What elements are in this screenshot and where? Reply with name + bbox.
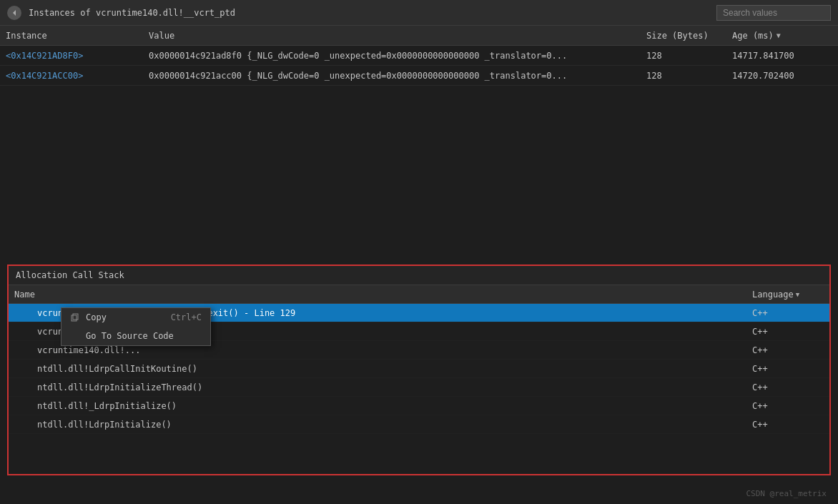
value-cell-2: 0x0000014c921acc00 {_NLG_dwCode=0 _unexp…: [149, 71, 646, 81]
instance-value-1: <0x14C921AD8F0>: [6, 51, 149, 61]
context-menu-item-copy[interactable]: Copy Ctrl+C: [61, 308, 210, 327]
alloc-row[interactable]: ntdll.dll!LdrpCallInitKoutine() C++: [9, 360, 829, 378]
col-header-value: Value: [149, 31, 646, 41]
language-dropdown-icon: ▼: [796, 291, 799, 298]
table-row[interactable]: <0x14C921AD8F0> 0x0000014c921ad8f0 {_NLG…: [0, 46, 838, 66]
alloc-lang-cell: C++: [752, 308, 824, 318]
alloc-col-header-name: Name: [14, 290, 752, 300]
size-cell-2: 128: [646, 71, 732, 81]
age-cell-1: 14717.841700: [732, 51, 832, 61]
context-menu-item-goto-source[interactable]: Go To Source Code: [61, 327, 210, 345]
search-input[interactable]: [716, 5, 831, 21]
age-cell-2: 14720.702400: [732, 71, 832, 81]
alloc-row[interactable]: ntdll.dll!LdrpInitializeThread() C++: [9, 378, 829, 397]
alloc-name-cell: ntdll.dll!LdrpInitializeThread(): [37, 382, 752, 392]
svg-rect-1: [72, 315, 77, 321]
alloc-col-header-language: Language ▼: [752, 290, 824, 300]
copy-icon: [70, 312, 80, 322]
alloc-lang-cell: C++: [752, 327, 824, 337]
table-header: Instance Value Size (Bytes) Age (ms) ▼: [0, 26, 838, 46]
col-header-size: Size (Bytes): [646, 31, 732, 41]
alloc-row[interactable]: ntdll.dll!LdrpInitialize() C++: [9, 415, 829, 434]
alloc-lang-cell: C++: [752, 382, 824, 392]
size-cell-1: 128: [646, 51, 732, 61]
header-title: Instances of vcruntime140.dll!__vcrt_ptd: [29, 8, 716, 18]
col-header-instance: Instance: [6, 31, 149, 41]
header-bar: Instances of vcruntime140.dll!__vcrt_ptd: [0, 0, 838, 26]
back-button[interactable]: [7, 6, 21, 20]
svg-rect-2: [73, 314, 78, 320]
table-row[interactable]: <0x14C921ACC00> 0x0000014c921acc00 {_NLG…: [0, 66, 838, 86]
copy-label: Copy: [86, 312, 165, 322]
main-table-area: Instance Value Size (Bytes) Age (ms) ▼ <…: [0, 26, 838, 269]
col-header-age: Age (ms) ▼: [732, 31, 832, 41]
goto-source-icon: [70, 331, 80, 341]
alloc-lang-cell: C++: [752, 420, 824, 430]
alloc-lang-cell: C++: [752, 364, 824, 374]
alloc-row[interactable]: ntdll.dll!_LdrpInitialize() C++: [9, 397, 829, 415]
copy-shortcut: Ctrl+C: [171, 312, 202, 322]
alloc-name-cell: ntdll.dll!_LdrpInitialize(): [37, 401, 752, 411]
value-cell-1: 0x0000014c921ad8f0 {_NLG_dwCode=0 _unexp…: [149, 51, 646, 61]
alloc-name-cell: ntdll.dll!LdrpCallInitKoutine(): [37, 364, 752, 374]
alloc-lang-cell: C++: [752, 345, 824, 355]
svg-marker-0: [13, 10, 16, 16]
alloc-table-header: Name Language ▼: [9, 285, 829, 304]
allocation-title: Allocation Call Stack: [9, 266, 829, 285]
alloc-lang-cell: C++: [752, 401, 824, 411]
allocation-call-stack-section: Allocation Call Stack Name Language ▼ vc…: [7, 265, 831, 475]
goto-source-label: Go To Source Code: [86, 331, 196, 341]
context-menu: Copy Ctrl+C Go To Source Code: [61, 307, 211, 346]
watermark: CSDN @real_metrix: [746, 489, 827, 498]
alloc-name-cell: ntdll.dll!LdrpInitialize(): [37, 420, 752, 430]
alloc-name-cell: vcruntime140.dll!...: [37, 345, 752, 355]
sort-arrow-icon: ▼: [777, 31, 781, 39]
instance-value-2: <0x14C921ACC00>: [6, 71, 149, 81]
